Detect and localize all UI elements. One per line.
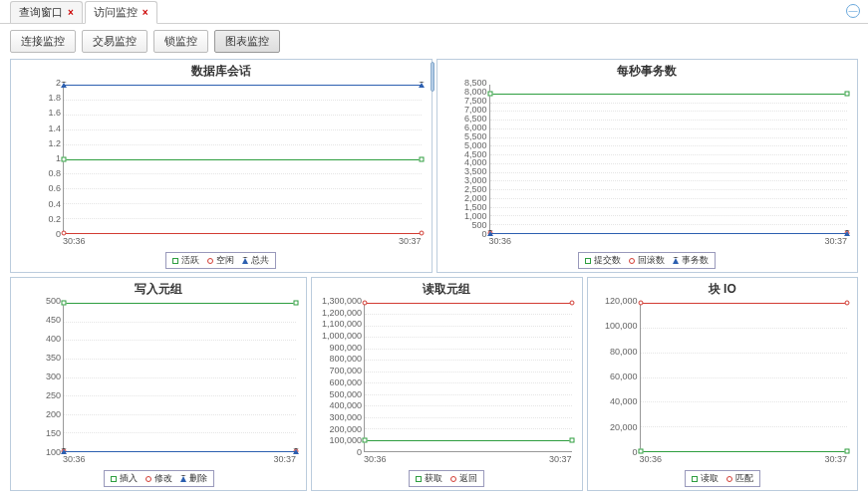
chart-plot: 05001,0001,5002,0002,5003,0003,5004,0004… [439,83,850,248]
legend-marker-icon [242,257,248,264]
y-tick: 4,000 [464,157,487,167]
y-tick: 120,000 [605,296,638,306]
legend-marker-icon [629,258,635,264]
legend-item: 读取 [692,472,719,485]
series-marker [419,231,424,236]
series-marker [62,301,67,306]
subtab-0[interactable]: 连接监控 [10,30,76,53]
subtab-2[interactable]: 锁监控 [153,30,208,53]
subtab-1[interactable]: 交易监控 [82,30,147,53]
series-marker [61,82,67,88]
y-tick: 100 [46,447,61,457]
y-tick: 60,000 [610,372,638,381]
series-marker [363,301,368,306]
y-tick: 900,000 [329,343,362,353]
chart-plot: 10015020025030035040045050030:3630:37 [13,301,298,466]
series-marker [845,301,850,306]
legend-item: 修改 [145,472,172,485]
series-marker [638,301,643,306]
series-line [64,85,422,86]
panel-tuples-write: 写入元组10015020025030035040045050030:3630:3… [10,277,307,491]
y-tick: 100,000 [605,321,638,331]
legend-marker-icon [416,476,422,482]
y-tick: 350 [46,353,61,363]
legend-label: 总共 [251,254,269,267]
y-tick: 8,500 [464,78,487,88]
y-tick: 40,000 [610,396,638,406]
legend-marker-icon [450,476,456,482]
y-tick: 1.4 [48,124,61,133]
legend-label: 提交数 [594,254,621,267]
series-marker [419,156,424,161]
series-marker [569,301,574,306]
y-tick: 2,000 [464,193,487,203]
legend-marker-icon [145,476,151,482]
series-line [64,451,296,452]
tab-bar: 查询窗口×访问监控× — [0,0,868,24]
legend-item: 空闲 [207,254,234,267]
series-marker [294,301,299,306]
x-tick: 30:36 [640,454,663,464]
legend-marker-icon [207,258,213,264]
panel-block-io: 块 IO020,00040,00060,00080,000100,000120,… [587,277,859,491]
tab-label: 查询窗口 [19,5,63,20]
series-marker [62,231,67,236]
series-marker [62,156,67,161]
legend-marker-icon [726,476,732,482]
series-marker [638,449,643,454]
tab-0[interactable]: 查询窗口× [10,1,83,23]
y-tick: 80,000 [610,347,638,357]
x-tick: 30:37 [824,454,847,464]
chart-title: 数据库会话 [11,60,432,81]
y-tick: 1,200,000 [322,308,362,318]
legend-label: 删除 [189,472,207,485]
y-tick: 1.6 [48,108,61,118]
close-icon[interactable]: × [143,7,148,18]
close-icon[interactable]: × [68,7,74,18]
legend-item: 总共 [242,254,269,267]
panel-tuples-read: 读取元组0100,000200,000300,000400,000500,000… [311,277,583,491]
legend-item: 插入 [111,472,138,485]
chart-plot: 0100,000200,000300,000400,000500,000600,… [314,301,574,466]
tab-label: 访问监控 [94,5,138,20]
legend-item: 匹配 [726,472,753,485]
y-tick: 5,500 [464,131,487,141]
panel-sessions: 数据库会话00.20.40.60.811.21.41.61.8230:3630:… [10,59,433,273]
series-line [365,440,572,441]
y-tick: 6,500 [464,114,487,124]
legend-label: 读取 [701,472,719,485]
y-tick: 3,000 [464,175,487,185]
chart-plot: 020,00040,00060,00080,000100,000120,0003… [590,301,850,466]
series-marker [569,437,574,442]
tab-1[interactable]: 访问监控× [85,1,157,24]
y-tick: 200,000 [329,424,362,434]
y-tick: 7,500 [464,96,487,106]
x-tick: 30:36 [364,454,387,464]
legend-label: 活跃 [181,254,199,267]
legend-marker-icon [585,258,591,264]
chart-title: 每秒事务数 [437,60,858,81]
y-tick: 400 [46,334,61,344]
y-tick: 1,000,000 [322,331,362,341]
y-tick: 500 [46,296,61,306]
series-line [64,233,422,234]
y-tick: 6,000 [464,123,487,132]
minimize-icon[interactable]: — [846,4,860,18]
x-tick: 30:36 [63,236,86,246]
series-marker [845,449,850,454]
legend-item: 获取 [416,472,442,485]
series-line [490,233,848,234]
y-tick: 1.2 [48,138,61,148]
subtab-3[interactable]: 图表监控 [214,30,280,53]
y-tick: 100,000 [329,435,362,445]
legend-label: 获取 [425,472,442,485]
y-tick: 300 [46,372,61,381]
legend-label: 空闲 [216,254,234,267]
series-line [641,303,848,304]
splitter-handle[interactable] [431,62,434,92]
y-tick: 2,500 [464,184,487,194]
legend-item: 回滚数 [629,254,665,267]
x-tick: 30:37 [399,236,422,246]
legend-item: 活跃 [172,254,199,267]
series-line [490,94,848,95]
